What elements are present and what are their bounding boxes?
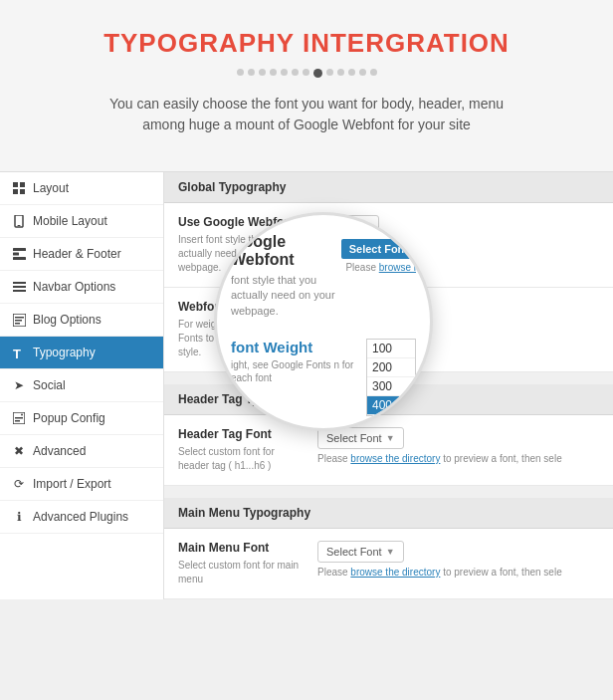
svg-rect-8: [13, 253, 19, 256]
section-gap-2: [164, 486, 613, 498]
navbar-icon: [12, 280, 26, 294]
svg-rect-3: [20, 189, 25, 194]
option-header-tag-font: Header Tag Font Select custom font for h…: [164, 415, 613, 486]
svg-rect-1: [20, 182, 25, 187]
chevron-down-icon-3: ▼: [386, 547, 395, 557]
svg-rect-6: [13, 248, 26, 251]
sidebar-label-navbar: Navbar Options: [33, 280, 115, 294]
main-menu-font-desc: Select custom font for main menu: [178, 559, 307, 586]
dot-2[interactable]: [248, 69, 255, 76]
section-main-menu-header: Main Menu Typography: [164, 498, 613, 529]
advanced-plugins-icon: ℹ: [12, 510, 26, 524]
header-tag-browse: Please browse the directory to preview a…: [317, 453, 599, 464]
dot-11[interactable]: [348, 69, 355, 76]
dot-1[interactable]: [237, 69, 244, 76]
sidebar-label-popup: Popup Config: [33, 411, 105, 425]
dot-6[interactable]: [292, 69, 299, 76]
svg-rect-10: [13, 286, 26, 288]
page-wrapper: TYPOGRAPHY INTERGRATION You can easily c…: [0, 0, 613, 599]
section-global-typography-header: Global Typography: [164, 172, 613, 203]
dot-10[interactable]: [337, 69, 344, 76]
header-tag-browse-link[interactable]: browse the directory: [350, 453, 440, 464]
sidebar-label-typography: Typography: [33, 346, 96, 359]
sidebar-label-layout: Layout: [33, 181, 69, 195]
webfont-weight-desc: For weight, see Google Fonts to custom f…: [178, 318, 307, 359]
sidebar-item-typography[interactable]: T Typography: [0, 337, 163, 369]
option-main-menu-font: Main Menu Font Select custom font for ma…: [164, 529, 613, 599]
header-footer-icon: [12, 247, 26, 261]
sidebar-label-advanced: Advanced: [33, 444, 86, 458]
sidebar-item-mobile-layout[interactable]: Mobile Layout: [0, 205, 163, 238]
pagination-dots[interactable]: [20, 69, 593, 78]
svg-rect-2: [13, 189, 18, 194]
sidebar-item-layout[interactable]: Layout: [0, 172, 163, 205]
sidebar-item-blog[interactable]: Blog Options: [0, 304, 163, 337]
dot-12[interactable]: [359, 69, 366, 76]
advanced-icon: ✖: [12, 444, 26, 458]
dot-8-active[interactable]: [313, 69, 322, 78]
svg-rect-7: [13, 257, 26, 260]
use-google-webfont-label: Use Google Webfont: [178, 215, 307, 229]
layout-icon: [12, 181, 26, 195]
sidebar-item-header-footer[interactable]: Header & Footer: [0, 238, 163, 271]
dot-7[interactable]: [303, 69, 309, 76]
popup-icon: [12, 411, 26, 425]
svg-rect-15: [15, 323, 20, 325]
sidebar-item-advanced-plugins[interactable]: ℹ Advanced Plugins: [0, 501, 163, 534]
main-menu-browse-link[interactable]: browse the directory: [350, 567, 440, 578]
section-header-tag-header: Header Tag Typography: [164, 384, 613, 415]
chevron-down-icon-2: ▼: [386, 433, 395, 443]
svg-rect-19: [15, 420, 20, 422]
svg-text:T: T: [13, 347, 21, 359]
sidebar-label-header-footer: Header & Footer: [33, 247, 121, 261]
sidebar-item-navbar[interactable]: Navbar Options: [0, 271, 163, 304]
sidebar-item-social[interactable]: ➤ Social: [0, 369, 163, 402]
svg-rect-18: [15, 417, 23, 419]
svg-rect-20: [21, 414, 23, 416]
sidebar-label-mobile-layout: Mobile Layout: [33, 214, 107, 228]
use-google-webfont-select[interactable]: Select ▼: [317, 215, 379, 237]
svg-rect-9: [13, 282, 26, 284]
main-panel: Global Typography Use Google Webfont Ins…: [164, 172, 613, 599]
svg-rect-0: [13, 182, 18, 187]
chevron-down-icon: ▼: [361, 221, 370, 231]
svg-rect-13: [15, 317, 24, 319]
sidebar-label-blog: Blog Options: [33, 313, 102, 327]
blog-icon: [12, 313, 26, 327]
content-area: Layout Mobile Layout Header & Footer Nav…: [0, 171, 613, 599]
mobile-icon: [12, 214, 26, 228]
main-menu-font-label: Main Menu Font: [178, 541, 307, 555]
dot-9[interactable]: [326, 69, 333, 76]
option-webfont-weight: Webfont Weight For weight, see Google Fo…: [164, 288, 613, 372]
main-menu-font-select[interactable]: Select Font ▼: [317, 541, 404, 563]
svg-rect-14: [15, 320, 22, 322]
typography-icon: T: [12, 346, 26, 359]
sidebar-label-social: Social: [33, 378, 66, 392]
dot-13[interactable]: [370, 69, 377, 76]
dot-4[interactable]: [270, 69, 277, 76]
sidebar-item-advanced[interactable]: ✖ Advanced: [0, 435, 163, 468]
main-menu-browse: Please browse the directory to preview a…: [317, 567, 599, 578]
header-tag-font-desc: Select custom font for header tag ( h1..…: [178, 445, 307, 473]
svg-rect-11: [13, 290, 26, 292]
sidebar-item-import-export[interactable]: ⟳ Import / Export: [0, 468, 163, 501]
header-tag-font-select[interactable]: Select Font ▼: [317, 427, 404, 449]
sidebar-label-import-export: Import / Export: [33, 477, 111, 491]
import-export-icon: ⟳: [12, 477, 26, 491]
sidebar-label-advanced-plugins: Advanced Plugins: [33, 510, 128, 524]
sidebar: Layout Mobile Layout Header & Footer Nav…: [0, 172, 164, 599]
header-tag-font-label: Header Tag Font: [178, 427, 307, 441]
social-icon: ➤: [12, 378, 26, 392]
webfont-weight-label: Webfont Weight: [178, 300, 307, 314]
webfont-weight-input[interactable]: [317, 300, 367, 320]
header-section: TYPOGRAPHY INTERGRATION You can easily c…: [0, 0, 613, 171]
sidebar-item-popup[interactable]: Popup Config: [0, 402, 163, 435]
svg-rect-5: [18, 225, 21, 226]
subtitle: You can easily choose the font you want …: [98, 94, 515, 135]
dot-3[interactable]: [259, 69, 266, 76]
section-gap-1: [164, 372, 613, 384]
dot-5[interactable]: [281, 69, 288, 76]
option-use-google-webfont: Use Google Webfont Insert font style tha…: [164, 203, 613, 288]
use-google-webfont-desc: Insert font style that you actually need…: [178, 233, 307, 275]
page-title: TYPOGRAPHY INTERGRATION: [20, 28, 593, 59]
